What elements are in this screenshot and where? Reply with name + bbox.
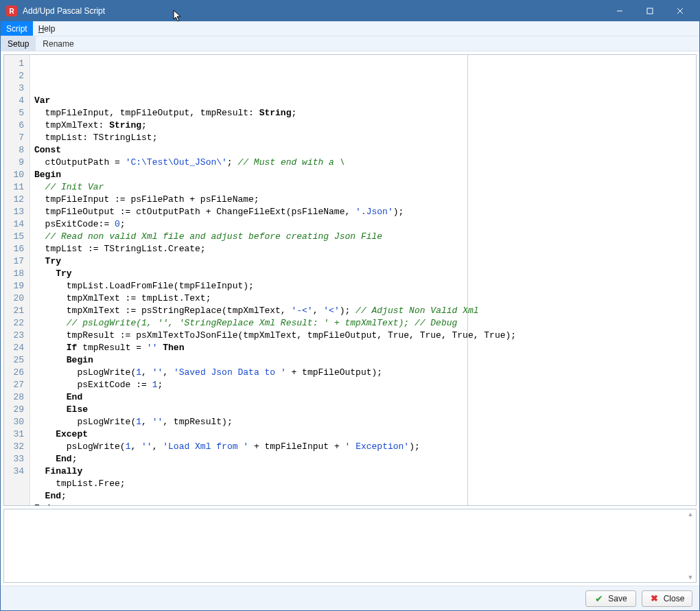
code-line[interactable]: psExitCode := 1; [34,379,693,391]
line-number: 16 [4,243,30,255]
output-pane[interactable]: ▲ ▼ [3,509,697,583]
code-line[interactable]: tmpXmlText: String; [34,119,693,132]
token-id [34,343,67,353]
code-line[interactable]: Begin [34,169,693,181]
toolbar-label: Rename [43,39,73,49]
token-id: ); [393,207,404,217]
token-kw: Except [56,429,88,439]
code-line[interactable]: psLogWrite(1, '', 'Saved Json Data to ' … [34,367,693,379]
code-line[interactable]: // psLogWrite(1, '', 'StringReplace Xml … [34,317,693,330]
token-id [34,404,67,415]
line-number: 12 [4,194,30,206]
line-number: 10 [4,169,30,181]
code-line[interactable]: tmpList.Free; [34,478,693,490]
code-line[interactable]: tmpXmlText := psStringReplace(tmpXmlText… [34,305,693,317]
token-kw: End [34,503,50,506]
code-line[interactable]: End [34,391,693,404]
menu-help[interactable]: Help [33,21,61,36]
token-id: , [163,367,174,378]
code-line[interactable]: End; [34,453,693,465]
token-id [34,392,67,402]
code-line[interactable]: tmpFileOutput := ctOutputPath + ChangeFi… [34,206,693,218]
code-line[interactable]: // Init Var [34,181,693,194]
token-id: tmpList: TStringList; [34,132,157,143]
scroll-up-icon[interactable]: ▲ [688,511,694,518]
code-line[interactable]: Try [34,268,693,280]
token-id: psLogWrite( [34,367,136,378]
code-line[interactable]: psExitCode:= 0; [34,218,693,231]
token-kw: Then [163,343,184,353]
code-line[interactable]: tmpResult := psXmlTextToJSonFile(tmpXmlT… [34,330,693,342]
token-id: psLogWrite( [34,441,126,452]
token-kw: End [45,491,61,501]
token-str: '' [152,417,163,427]
code-line[interactable]: Finally [34,465,693,478]
token-cm: // Must end with a \ [237,157,345,168]
title-bar: R Add/Upd Pascal Script [1,1,699,21]
token-id: . [50,503,56,506]
toolbar-label: Setup [8,39,29,49]
code-line[interactable]: Const [34,144,693,157]
code-line[interactable]: psLogWrite(1, '', 'Load Xml from ' + tmp… [34,441,693,453]
scrollbar[interactable]: ▲ ▼ [686,511,695,581]
line-number: 34 [4,465,30,478]
code-line[interactable]: If tmpResult = '' Then [34,342,693,354]
code-line[interactable]: Begin [34,354,693,367]
code-line[interactable]: tmpList: TStringList; [34,132,693,144]
token-str: 'Load Xml from ' [163,441,248,452]
minimize-button[interactable] [605,1,635,21]
code-line[interactable]: // Read non valid Xml file and adjust be… [34,231,693,243]
scroll-down-icon[interactable]: ▼ [688,574,694,581]
token-id [34,454,56,464]
close-button[interactable]: ✖ Close [642,590,692,607]
code-line[interactable]: tmpXmlText := tmpList.Text; [34,292,693,305]
token-id [34,182,45,192]
code-line[interactable]: ctOutputPath = 'C:\Test\Out_JSon\'; // M… [34,157,693,169]
token-cm: // Adjust Non Valid Xml [355,306,478,316]
close-window-button[interactable] [665,1,695,21]
toolbar-setup[interactable]: Setup [1,36,36,51]
code-line[interactable]: Else [34,404,693,416]
svg-rect-1 [647,8,653,14]
menu-script[interactable]: Script [1,21,33,36]
code-line[interactable]: tmpList := TStringList.Create; [34,243,693,255]
line-number: 1 [4,58,30,70]
line-number: 22 [4,317,30,330]
token-id [34,231,45,242]
code-editor[interactable]: 1234567891011121314151617181920212223242… [3,54,697,506]
code-area[interactable]: Var tmpFileInput, tmpFileOutput, tmpResu… [30,55,696,505]
token-id: ctOutputPath = [34,157,126,168]
close-icon: ✖ [650,594,660,603]
code-line[interactable]: tmpFileInput, tmpFileOutput, tmpResult: … [34,107,693,119]
line-number: 32 [4,441,30,453]
code-line[interactable]: Var [34,95,693,107]
code-line[interactable]: End; [34,490,693,503]
maximize-button[interactable] [635,1,665,21]
window-title: Add/Upd Pascal Script [23,6,605,16]
line-number: 13 [4,206,30,218]
line-number: 8 [4,144,30,157]
line-number: 15 [4,231,30,243]
line-number-gutter: 1234567891011121314151617181920212223242… [4,55,30,505]
code-line[interactable]: psLogWrite(1, '', tmpResult); [34,416,693,428]
code-line[interactable]: tmpList.LoadFromFile(tmpFileInput); [34,280,693,292]
check-icon: ✔ [594,594,604,603]
line-number: 20 [4,292,30,305]
token-id: tmpResult = [77,343,146,353]
token-str: '' [147,343,158,353]
token-cm: // psLogWrite(1, '', 'StringReplace Xml … [67,318,458,328]
code-line[interactable]: Except [34,428,693,441]
token-id [34,429,56,439]
save-button[interactable]: ✔ Save [585,590,636,607]
code-line[interactable]: End. [34,503,693,506]
token-id: ); [409,441,420,452]
code-line[interactable]: tmpFileInput := psFilePath + psFileName; [34,194,693,206]
token-id: + tmpFileOutput); [286,367,382,378]
line-number: 30 [4,416,30,428]
toolbar-rename[interactable]: Rename [36,36,80,51]
code-line[interactable]: Try [34,255,693,268]
token-id: tmpXmlText := psStringReplace(tmpXmlText… [34,306,291,316]
token-id [34,355,67,365]
token-id: ); [340,306,355,316]
token-kw: Var [34,95,50,106]
